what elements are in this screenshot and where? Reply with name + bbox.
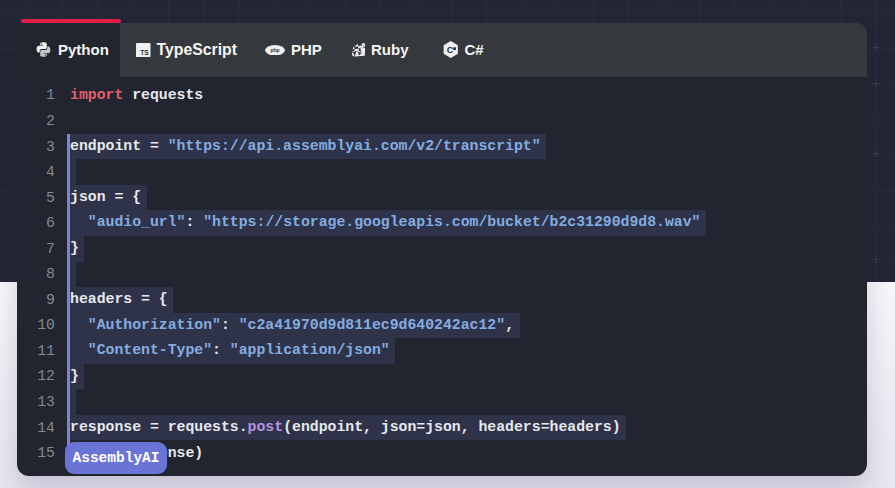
svg-text:C: C — [447, 45, 454, 55]
svg-text:TS: TS — [140, 48, 149, 55]
svg-text:php: php — [270, 48, 279, 53]
